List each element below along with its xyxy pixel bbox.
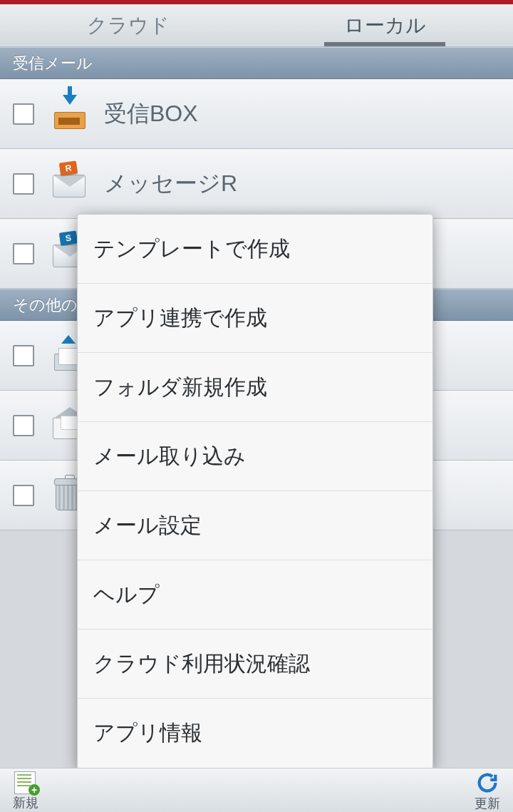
- tab-bar: クラウド ローカル: [0, 4, 513, 47]
- checkbox[interactable]: [13, 345, 34, 366]
- folder-label: 受信BOX: [104, 98, 198, 130]
- section-header-received: 受信メール: [0, 47, 513, 79]
- menu-item-cloud-usage[interactable]: クラウド利用状況確認: [78, 629, 432, 699]
- message-r-icon: R: [50, 166, 88, 202]
- tab-local[interactable]: ローカル: [256, 4, 513, 46]
- inbox-icon: [50, 96, 88, 132]
- action-popup-menu: テンプレートで作成 アプリ連携で作成 フォルダ新規作成 メール取り込み メール設…: [77, 214, 433, 768]
- folder-row-message-r[interactable]: R メッセージR: [0, 149, 513, 219]
- refresh-button[interactable]: 更新: [475, 769, 500, 812]
- menu-item-import-mail[interactable]: メール取り込み: [78, 422, 432, 491]
- menu-item-template-create[interactable]: テンプレートで作成: [78, 215, 432, 284]
- checkbox[interactable]: [13, 243, 34, 264]
- new-button-label: 新規: [13, 794, 38, 811]
- content-area: 受信メール 受信BOX R メッセージR S メッセージS その他の: [0, 47, 513, 768]
- new-document-icon: +: [13, 771, 38, 794]
- new-button[interactable]: + 新規: [13, 769, 38, 812]
- menu-item-help[interactable]: ヘルプ: [78, 560, 432, 629]
- checkbox[interactable]: [13, 485, 34, 506]
- menu-item-new-folder[interactable]: フォルダ新規作成: [78, 353, 432, 422]
- refresh-icon: [475, 771, 499, 795]
- folder-label: メッセージR: [104, 168, 237, 200]
- menu-item-app-link-create[interactable]: アプリ連携で作成: [78, 284, 432, 353]
- tab-cloud[interactable]: クラウド: [0, 4, 256, 46]
- refresh-button-label: 更新: [475, 795, 500, 812]
- checkbox[interactable]: [13, 415, 34, 436]
- bottom-toolbar: + 新規 更新: [0, 768, 513, 812]
- checkbox[interactable]: [13, 103, 34, 125]
- folder-row-inbox[interactable]: 受信BOX: [0, 79, 513, 149]
- checkbox[interactable]: [13, 173, 34, 195]
- menu-item-mail-settings[interactable]: メール設定: [78, 491, 432, 560]
- menu-item-app-info[interactable]: アプリ情報: [78, 699, 432, 768]
